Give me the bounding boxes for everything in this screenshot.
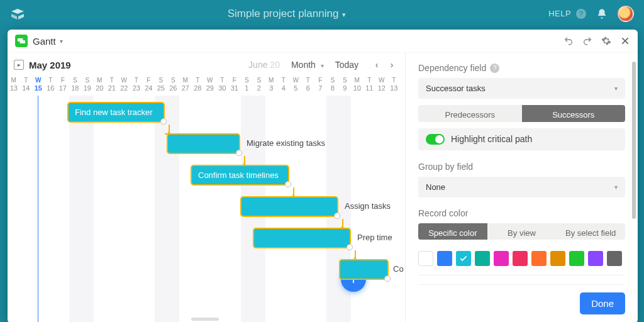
resize-handle-icon[interactable] xyxy=(160,118,167,125)
color-swatch[interactable] xyxy=(569,251,584,266)
scale-dropdown[interactable]: Month ▾ xyxy=(291,60,324,70)
color-swatch[interactable] xyxy=(531,251,547,266)
day-column: W29 xyxy=(204,77,216,94)
user-avatar[interactable] xyxy=(618,6,634,22)
group-by-select[interactable]: None▾ xyxy=(418,177,625,197)
toggle-on-icon[interactable] xyxy=(426,134,445,145)
successors-tab[interactable]: Successors xyxy=(522,105,626,122)
color-swatch[interactable] xyxy=(418,251,433,266)
gantt-chart-area[interactable]: + Find new task trackerMigrate existing … xyxy=(8,96,405,322)
gantt-bar[interactable] xyxy=(167,133,240,154)
day-column: F31 xyxy=(228,77,241,94)
next-button[interactable]: › xyxy=(385,58,399,72)
gantt-bar-label: Migrate existing tasks xyxy=(247,138,325,148)
resize-handle-icon[interactable] xyxy=(285,181,291,187)
dependency-field-select[interactable]: Successor tasks▾ xyxy=(418,78,625,99)
day-column: F7 xyxy=(314,77,327,94)
color-swatch[interactable] xyxy=(494,251,509,266)
gantt-bar-label: Prep time xyxy=(357,233,392,242)
color-swatch[interactable] xyxy=(588,251,603,266)
color-swatch[interactable] xyxy=(550,251,565,266)
day-column: T14 xyxy=(20,77,33,94)
resize-handle-icon[interactable] xyxy=(384,275,391,282)
gantt-bar[interactable]: Find new task tracker xyxy=(67,102,165,123)
expand-sidebar-icon[interactable]: ▸ xyxy=(14,60,24,70)
highlight-critical-path-label: Highlight critical path xyxy=(451,134,532,144)
weekend-shade xyxy=(69,96,94,322)
day-column: T11 xyxy=(364,77,376,94)
color-swatch[interactable] xyxy=(475,251,490,266)
redo-icon[interactable] xyxy=(582,36,592,46)
current-month-label: May 2019 xyxy=(29,60,71,70)
chevron-down-icon: ▾ xyxy=(614,184,618,191)
day-column: S26 xyxy=(167,77,180,94)
today-line xyxy=(38,96,38,322)
day-column: M3 xyxy=(265,77,278,94)
color-palette xyxy=(418,251,625,266)
day-column: W22 xyxy=(118,77,131,94)
today-button[interactable]: Today xyxy=(335,60,358,70)
day-column: M20 xyxy=(94,77,106,94)
gantt-bar[interactable] xyxy=(339,259,389,280)
resize-handle-icon[interactable] xyxy=(334,213,340,219)
day-column: M10 xyxy=(351,77,364,94)
app-logo-icon[interactable] xyxy=(10,6,25,21)
gantt-bar-label: Co xyxy=(393,264,404,274)
gantt-bar[interactable] xyxy=(253,228,351,248)
help-link[interactable]: HELP ? xyxy=(548,9,586,19)
record-color-heading: Record color xyxy=(418,208,625,218)
day-column: T21 xyxy=(106,77,118,94)
highlight-critical-path-row[interactable]: Highlight critical path xyxy=(418,128,625,150)
day-column: T6 xyxy=(302,77,314,94)
resize-handle-icon[interactable] xyxy=(347,244,353,250)
color-swatch[interactable] xyxy=(437,251,452,266)
gantt-view-icon xyxy=(15,35,28,47)
day-column: S19 xyxy=(81,77,94,94)
day-column: S9 xyxy=(339,77,352,94)
day-column: T30 xyxy=(216,77,229,94)
settings-icon[interactable] xyxy=(601,36,611,46)
day-column: S1 xyxy=(241,77,253,94)
predecessors-tab[interactable]: Predecessors xyxy=(418,105,522,122)
day-column: T16 xyxy=(45,77,57,94)
day-column: T28 xyxy=(192,77,204,94)
color-swatch[interactable] xyxy=(607,251,622,266)
day-header-row: M13T14W15T16F17S18S19M20T21W22T23F24S25S… xyxy=(8,77,405,96)
undo-icon[interactable] xyxy=(564,36,574,46)
day-column: W12 xyxy=(375,77,388,94)
prev-button[interactable]: ‹ xyxy=(370,58,384,72)
gantt-bar[interactable] xyxy=(240,196,338,217)
by-view-tab[interactable]: By view xyxy=(487,223,557,240)
close-icon[interactable] xyxy=(620,36,630,46)
gantt-bar[interactable]: Confirm task timelines xyxy=(191,165,289,186)
column-resize-handle[interactable] xyxy=(191,318,219,321)
day-column: W15 xyxy=(32,77,45,94)
day-column: S18 xyxy=(69,77,82,94)
day-column: M13 xyxy=(8,77,20,94)
next-month-label: June 20 xyxy=(248,60,280,70)
day-column: T13 xyxy=(388,77,401,94)
by-select-field-tab[interactable]: By select field xyxy=(556,223,625,240)
day-column: S2 xyxy=(253,77,265,94)
day-column: T4 xyxy=(277,77,290,94)
help-icon: ? xyxy=(576,9,586,19)
workspace-title[interactable]: Simple project planning▾ xyxy=(25,8,548,20)
done-button[interactable]: Done xyxy=(580,292,625,314)
group-by-heading: Group by field xyxy=(418,162,625,172)
notifications-icon[interactable] xyxy=(596,8,608,19)
day-column: T23 xyxy=(130,77,143,94)
day-column: F17 xyxy=(57,77,69,94)
divider xyxy=(418,275,625,275)
resize-handle-icon[interactable] xyxy=(236,150,242,156)
gantt-bar-label: Assign tasks xyxy=(345,201,391,211)
day-column: S25 xyxy=(155,77,167,94)
view-name[interactable]: Gantt xyxy=(33,36,56,47)
scrollbar[interactable] xyxy=(632,62,636,219)
color-swatch[interactable] xyxy=(456,251,471,266)
chevron-down-icon: ▾ xyxy=(60,38,63,45)
specific-color-tab[interactable]: Specific color xyxy=(418,223,487,240)
settings-sidebar: Dependency field? Successor tasks▾ Prede… xyxy=(405,53,638,322)
day-column: W5 xyxy=(290,77,303,94)
help-icon[interactable]: ? xyxy=(490,64,499,73)
color-swatch[interactable] xyxy=(513,251,528,266)
